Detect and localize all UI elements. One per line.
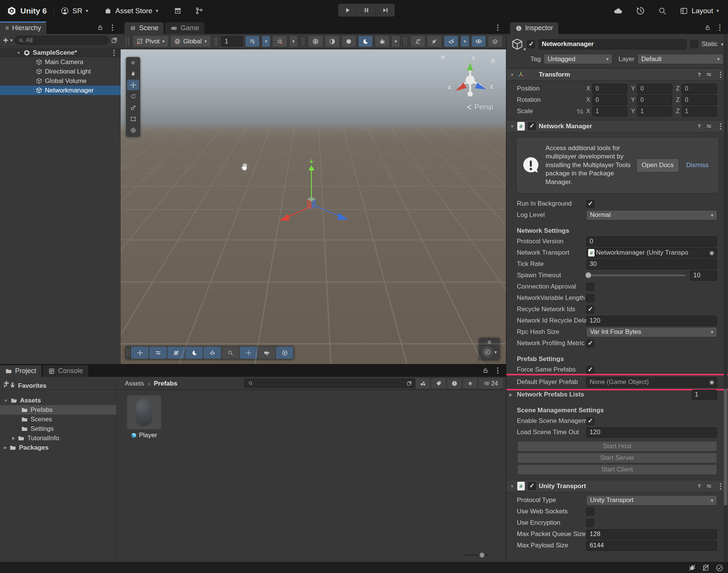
tab-scene[interactable]: Scene — [124, 22, 164, 34]
thumbnail-size-slider[interactable] — [465, 552, 489, 558]
link-broken-icon[interactable] — [577, 108, 583, 115]
max-packet-queue-size-field[interactable]: 128 — [586, 529, 717, 539]
component-menu-icon[interactable] — [717, 482, 724, 490]
tree-item-tutorialinfo[interactable]: TutorialInfo — [0, 433, 116, 443]
force-same-prefabs-checkbox[interactable] — [586, 366, 594, 374]
world-axis-gizmo[interactable] — [274, 157, 354, 229]
spawn-timeout-field[interactable]: 10 — [690, 270, 717, 281]
hierarchy-search-input[interactable]: All — [15, 36, 109, 45]
component-menu-icon[interactable] — [717, 122, 724, 131]
protocol-type-dropdown[interactable]: Unity Transport — [586, 495, 717, 505]
name-field[interactable]: Networkmanager — [538, 39, 687, 49]
collapse-icon[interactable] — [510, 484, 514, 489]
open-new-window-icon[interactable] — [111, 37, 118, 44]
active-checkbox[interactable] — [527, 40, 535, 48]
overlay-grid-button[interactable] — [167, 347, 185, 359]
package-manager-icon[interactable] — [173, 6, 182, 15]
hierarchy-scene-row[interactable]: SampleScene* — [0, 48, 121, 57]
panel-menu-icon[interactable] — [494, 366, 501, 375]
drag-handle[interactable] — [302, 37, 305, 46]
tag-dropdown[interactable]: Untagged — [544, 54, 612, 64]
layout-menu[interactable]: Layout — [680, 7, 719, 15]
tab-project[interactable]: Project — [0, 365, 41, 377]
scene-viewport[interactable]: y x z Persp — [121, 49, 506, 364]
scale-y-field[interactable]: 1 — [637, 106, 672, 117]
play-button[interactable] — [338, 4, 357, 17]
add-object-button[interactable] — [3, 35, 8, 46]
component-enabled-checkbox[interactable] — [528, 122, 536, 130]
step-button[interactable] — [376, 4, 395, 17]
move-tool[interactable] — [127, 80, 139, 90]
drag-handle[interactable] — [127, 348, 130, 356]
scene-2d-button[interactable] — [325, 36, 339, 47]
load-scene-timeout-field[interactable]: 120 — [586, 427, 717, 438]
tab-console[interactable]: Console — [43, 365, 88, 377]
chevron-down-icon[interactable] — [523, 46, 526, 52]
presets-icon[interactable] — [706, 123, 712, 129]
status-ok-icon[interactable] — [716, 564, 723, 572]
recycle-network-ids-checkbox[interactable] — [586, 306, 594, 313]
start-client-button[interactable]: Start Client — [517, 464, 717, 475]
inspector-scrollbar[interactable] — [724, 34, 727, 562]
expand-icon[interactable] — [4, 445, 7, 450]
component-menu-icon[interactable] — [717, 70, 724, 79]
persp-label[interactable]: Persp — [474, 103, 493, 111]
gizmo-lock-icon[interactable] — [490, 58, 496, 64]
start-server-button[interactable]: Start Server — [517, 453, 717, 463]
help-icon[interactable] — [697, 72, 701, 78]
panel-menu-icon[interactable] — [716, 23, 723, 32]
rotate-tool[interactable] — [127, 91, 139, 101]
position-x-field[interactable]: 0 — [592, 84, 627, 94]
protocol-version-field[interactable]: 0 — [586, 237, 717, 247]
help-icon[interactable] — [697, 123, 701, 129]
expand-icon[interactable] — [4, 383, 7, 388]
scene-menu-icon[interactable] — [110, 48, 118, 57]
overlay-handle-icon[interactable] — [131, 59, 135, 67]
enable-scene-management-checkbox[interactable] — [586, 417, 594, 425]
debug-options-button[interactable] — [392, 36, 400, 47]
effects-options-button[interactable] — [461, 36, 469, 47]
debug-bug-button[interactable] — [375, 36, 389, 47]
tree-item-settings[interactable]: Settings — [0, 424, 116, 433]
network-prefabs-lists-count-field[interactable]: 1 — [691, 390, 717, 400]
tree-item-assets[interactable]: Assets — [0, 396, 116, 405]
breadcrumb-root[interactable]: Assets — [125, 380, 144, 387]
chevron-down-icon[interactable] — [721, 41, 723, 47]
chevron-down-icon[interactable] — [494, 349, 497, 355]
scale-x-field[interactable]: 1 — [592, 106, 627, 117]
network-profiling-metrics-checkbox[interactable] — [586, 339, 594, 347]
object-picker-icon[interactable] — [707, 248, 717, 258]
snap-increment-button[interactable] — [273, 36, 287, 47]
expand-icon[interactable] — [12, 436, 15, 441]
networkvariable-length-checkbox[interactable] — [586, 294, 594, 302]
draw-mode-button[interactable] — [308, 36, 322, 47]
tree-item-scenes[interactable]: Scenes — [0, 415, 116, 424]
rect-tool[interactable] — [127, 114, 139, 124]
rotation-x-field[interactable]: 0 — [592, 95, 627, 105]
lock-open-icon[interactable] — [482, 367, 489, 374]
object-picker-icon[interactable] — [707, 378, 717, 387]
audio-mute-button[interactable] — [428, 36, 441, 47]
version-control-icon[interactable] — [195, 6, 204, 15]
log-level-dropdown[interactable]: Normal — [586, 210, 717, 220]
transform-tool[interactable] — [127, 125, 139, 135]
overlay-properties-button[interactable] — [149, 347, 167, 359]
static-checkbox[interactable] — [690, 40, 698, 48]
network-transport-object-field[interactable]: Networkmanager (Unity Transpo — [586, 248, 717, 258]
cache-muted-icon[interactable] — [702, 564, 710, 571]
presets-icon[interactable] — [706, 483, 712, 489]
tab-inspector[interactable]: Inspector — [510, 22, 558, 34]
tree-item-prefabs-selected[interactable]: Prefabs — [0, 405, 116, 415]
panel-menu-icon[interactable] — [109, 23, 116, 32]
use-web-sockets-checkbox[interactable] — [586, 508, 594, 516]
run-in-background-checkbox[interactable] — [586, 200, 594, 208]
chevron-down-icon[interactable] — [10, 37, 13, 43]
snap-grid-options-button[interactable] — [262, 36, 270, 47]
unity-transport-header[interactable]: Unity Transport — [506, 480, 728, 492]
hierarchy-item-selected[interactable]: Networkmanager — [0, 86, 121, 95]
collapse-icon[interactable] — [17, 51, 21, 55]
camera-view-button[interactable] — [359, 36, 372, 47]
search-icon[interactable] — [658, 6, 667, 15]
presets-icon[interactable] — [706, 71, 712, 78]
panel-menu-icon[interactable] — [494, 23, 501, 32]
